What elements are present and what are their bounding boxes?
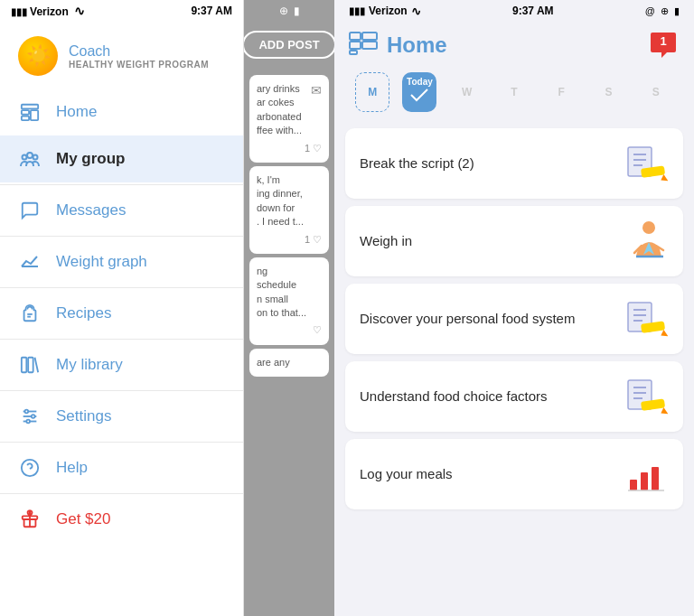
svg-rect-10	[22, 358, 27, 373]
envelope-icon: ✉	[311, 82, 322, 100]
svg-rect-24	[362, 33, 377, 40]
feed-text: ngschedulen smallon to that...	[257, 265, 322, 321]
task-icon-bar-5	[624, 452, 669, 497]
svg-rect-23	[350, 33, 361, 40]
signal-icon: ▮▮▮	[349, 5, 365, 17]
carrier-left: ▮▮▮ Verizon ∿	[11, 4, 85, 18]
graph-icon	[18, 250, 42, 274]
like-row: 1 ♡	[257, 142, 322, 155]
wifi-icon-right: ∿	[411, 5, 421, 18]
day-circle-t1: T	[497, 72, 531, 112]
coach-section: ☀️ Coach HEALTHY WEIGHT PROGRAM	[0, 22, 243, 89]
day-item-s2[interactable]: S	[633, 72, 680, 112]
day-item-t1[interactable]: T	[491, 72, 538, 112]
sidebar-item-label-recipes: Recipes	[56, 304, 111, 322]
middle-status-bar: ⊕ ▮	[244, 0, 334, 22]
sidebar-item-label-home: Home	[56, 103, 97, 121]
left-panel: ▮▮▮ Verizon ∿ 9:37 AM ☀️ Coach HEALTHY W…	[0, 0, 244, 616]
svg-point-17	[26, 420, 30, 424]
carrier-right: Verizon	[369, 5, 408, 17]
day-item-f[interactable]: F	[538, 72, 585, 112]
sidebar-item-label-library: My library	[56, 356, 123, 374]
right-header: Home 1	[334, 22, 694, 67]
status-bar-left: ▮▮▮ Verizon ∿ 9:37 AM	[0, 0, 243, 22]
day-circle-m: M	[355, 72, 389, 112]
sidebar-item-weight-graph[interactable]: Weight graph	[0, 238, 243, 285]
day-circle-w: W	[450, 72, 484, 112]
svg-rect-0	[22, 105, 38, 109]
day-item-w[interactable]: W	[444, 72, 491, 112]
task-card-5[interactable]: Log your meals	[345, 439, 683, 509]
heart-icon: ♡	[313, 142, 322, 155]
sidebar-item-recipes[interactable]: Recipes	[0, 290, 243, 337]
task-card-3[interactable]: Discover your personal food system	[345, 284, 683, 354]
sidebar-item-label-mygroup: My group	[56, 150, 126, 168]
home-screen-icon	[349, 32, 378, 59]
svg-rect-2	[22, 117, 29, 121]
heart-icon: ♡	[313, 323, 322, 337]
middle-panel: ⊕ ▮ ADD POST ✉ ary drinksar cokesarbonat…	[244, 0, 334, 616]
task-text-4: Understand food choice factors	[360, 387, 624, 406]
like-row: ♡	[257, 323, 322, 337]
svg-rect-26	[362, 42, 377, 49]
middle-feed: ✉ ary drinksar cokesarbonatedffee with..…	[244, 68, 334, 616]
feed-item: k, I'ming dinner,down for. I need t... 1…	[249, 166, 329, 254]
svg-rect-25	[350, 42, 361, 49]
right-header-left: Home	[349, 32, 447, 59]
svg-rect-3	[31, 110, 38, 120]
at-icon: @	[645, 5, 655, 16]
message-icon	[18, 199, 42, 222]
right-status-left: ▮▮▮ Verizon ∿	[349, 5, 421, 18]
day-item-m[interactable]: M	[349, 72, 396, 112]
bluetooth-icon: ⊕	[661, 5, 669, 17]
heart-icon: ♡	[313, 233, 322, 247]
right-status-bar: ▮▮▮ Verizon ∿ 9:37 AM @ ⊕ ▮	[334, 0, 694, 22]
like-count: 1	[305, 142, 310, 155]
add-post-button[interactable]: ADD POST	[244, 31, 334, 59]
svg-rect-52	[652, 467, 659, 490]
sidebar-item-help[interactable]: Help	[0, 444, 243, 491]
task-card-1[interactable]: Break the script (2)	[345, 128, 683, 199]
sidebar-item-my-group[interactable]: My group	[0, 135, 243, 182]
recipes-icon	[18, 302, 42, 325]
svg-point-15	[25, 410, 29, 414]
sidebar-item-label-settings: Settings	[56, 407, 111, 425]
sidebar-item-my-library[interactable]: My library	[0, 341, 243, 388]
notification-bubble[interactable]: 1	[647, 29, 680, 61]
sidebar-item-label-messages: Messages	[56, 201, 126, 219]
feed-item: ngschedulen smallon to that... ♡	[249, 257, 329, 345]
svg-rect-27	[350, 51, 357, 54]
right-status-right: @ ⊕ ▮	[645, 5, 680, 17]
day-circle-s2: S	[639, 72, 673, 112]
time-right: 9:37 AM	[512, 5, 554, 17]
day-selector: M Today W T F	[334, 67, 694, 121]
coach-subtitle: HEALTHY WEIGHT PROGRAM	[69, 60, 209, 70]
feed-text: k, I'ming dinner,down for. I need t...	[257, 173, 322, 229]
page-title: Home	[387, 33, 447, 58]
svg-point-34	[642, 221, 655, 234]
sidebar-item-home[interactable]: Home	[0, 89, 243, 135]
task-text-2: Weigh in	[360, 232, 624, 250]
day-circle-f: F	[544, 72, 578, 112]
battery-icon-right: ▮	[674, 5, 680, 17]
sidebar-item-messages[interactable]: Messages	[0, 187, 243, 234]
day-item-s1[interactable]: S	[585, 72, 632, 112]
day-circle-s1: S	[592, 72, 626, 112]
sidebar-item-get20[interactable]: Get $20	[0, 496, 243, 543]
task-text-1: Break the script (2)	[360, 154, 624, 173]
task-card-2[interactable]: Weigh in	[345, 206, 683, 276]
svg-point-6	[33, 155, 38, 160]
svg-rect-50	[630, 480, 637, 490]
svg-rect-11	[28, 358, 33, 373]
like-row: 1 ♡	[257, 233, 322, 247]
task-card-4[interactable]: Understand food choice factors	[345, 361, 683, 432]
right-panel: ▮▮▮ Verizon ∿ 9:37 AM @ ⊕ ▮ Home	[334, 0, 694, 616]
coach-avatar: ☀️	[18, 36, 58, 76]
sidebar-item-settings[interactable]: Settings	[0, 393, 243, 440]
settings-icon	[18, 405, 42, 428]
task-text-3: Discover your personal food system	[360, 310, 624, 328]
tasks-list: Break the script (2) Weigh in	[334, 121, 694, 616]
checkmark-icon	[409, 87, 429, 103]
gift-icon	[18, 508, 42, 531]
day-item-today[interactable]: Today	[396, 72, 443, 112]
